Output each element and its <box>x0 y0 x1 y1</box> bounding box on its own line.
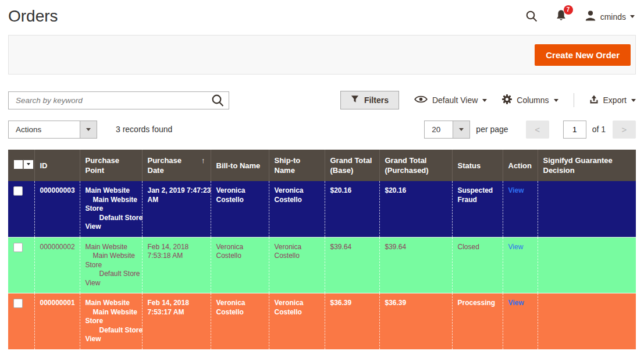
cell-ship-to-name: Veronica Costello <box>269 237 325 293</box>
row-checkbox[interactable] <box>13 243 23 252</box>
chevron-down-icon <box>482 99 487 102</box>
filter-funnel-icon <box>351 95 359 105</box>
cell-action: View <box>503 293 538 350</box>
chevron-down-icon <box>459 128 464 131</box>
cell-grand-total-purchased: $20.16 <box>379 181 452 237</box>
notification-count-badge: 7 <box>564 5 573 15</box>
person-icon <box>585 10 596 23</box>
column-header-purchase-point[interactable]: Purchase Point <box>80 150 142 181</box>
select-all-dropdown[interactable] <box>23 160 34 169</box>
export-control[interactable]: Export <box>589 95 636 106</box>
notifications-button[interactable]: 7 <box>555 9 567 24</box>
cell-status: Closed <box>452 237 503 293</box>
per-page-value: 20 <box>425 121 453 138</box>
view-order-link[interactable]: View <box>508 186 524 194</box>
page-header: Orders 7 cminds <box>0 0 644 35</box>
grid-body: 000000003 Main WebsiteMain WebsiteStoreD… <box>8 181 636 349</box>
username: cminds <box>600 12 626 22</box>
cell-bill-to-name: Veronica Costello <box>211 181 269 237</box>
cell-signifyd-decision <box>538 181 636 237</box>
column-header-action: Action <box>503 150 538 181</box>
orders-grid: ID Purchase Point ↑ Purchase Date Bill-t… <box>8 150 636 350</box>
eye-icon <box>414 95 428 105</box>
view-order-link[interactable]: View <box>508 299 524 307</box>
per-page-select[interactable]: 20 <box>424 121 470 139</box>
table-row: 000000003 Main WebsiteMain WebsiteStoreD… <box>8 181 636 237</box>
column-header-bill-to[interactable]: Bill-to Name <box>211 150 269 181</box>
chevron-down-icon <box>86 128 91 131</box>
search-icon <box>525 10 538 24</box>
cell-action: View <box>503 237 538 293</box>
column-header-purchase-date[interactable]: ↑ Purchase Date <box>142 150 211 181</box>
cell-purchase-point: Main WebsiteMain WebsiteStoreDefault Sto… <box>80 237 142 293</box>
view-selector[interactable]: Default View <box>414 95 487 105</box>
grid-view-controls: Filters Default View Columns Export <box>340 91 636 109</box>
columns-label: Columns <box>517 95 549 105</box>
cell-grand-total-base: $36.39 <box>325 293 379 350</box>
actions-select[interactable]: Actions <box>8 121 97 139</box>
per-page-caret <box>453 121 469 138</box>
export-icon <box>589 95 599 106</box>
column-header-id[interactable]: ID <box>34 150 80 181</box>
global-search-button[interactable] <box>525 10 538 24</box>
cell-select <box>8 237 34 293</box>
gear-icon <box>502 94 512 106</box>
cell-ship-to-name: Veronica Costello <box>269 181 325 237</box>
table-row: 000000002 Main WebsiteMain WebsiteStoreD… <box>8 237 636 293</box>
grid-controls-row: Filters Default View Columns Export <box>8 91 636 109</box>
cell-select <box>8 181 34 237</box>
column-header-status[interactable]: Status <box>452 150 503 181</box>
column-header-select <box>8 150 34 181</box>
grid-header-row: ID Purchase Point ↑ Purchase Date Bill-t… <box>8 150 636 181</box>
current-page-input[interactable] <box>563 121 586 139</box>
column-header-grand-total-purchased[interactable]: Grand Total (Purchased) <box>379 150 452 181</box>
vertical-divider <box>574 93 574 107</box>
account-menu[interactable]: cminds <box>585 10 635 23</box>
cell-bill-to-name: Veronica Costello <box>211 237 269 293</box>
cell-purchase-date: Feb 14, 20187:53:18 AM <box>142 237 211 293</box>
cell-purchase-point: Main WebsiteMain WebsiteStoreDefault Sto… <box>80 181 142 237</box>
cell-status: Processing <box>452 293 503 350</box>
search-submit-icon[interactable] <box>211 94 224 109</box>
view-order-link[interactable]: View <box>508 243 524 251</box>
cell-ship-to-name: Veronica Costello <box>269 293 325 350</box>
cell-id: 000000001 <box>34 293 80 350</box>
filters-button[interactable]: Filters <box>340 91 399 109</box>
chevron-down-icon <box>27 163 30 165</box>
view-label: Default View <box>432 95 478 105</box>
action-band: Create New Order <box>8 35 636 75</box>
cell-purchase-point: Main WebsiteMain WebsiteStoreDefault Sto… <box>80 293 142 350</box>
cell-grand-total-base: $39.64 <box>325 237 379 293</box>
total-pages-label: of 1 <box>592 125 606 134</box>
cell-purchase-date: Jan 2, 2019 7:47:23AM <box>142 181 211 237</box>
cell-grand-total-base: $20.16 <box>325 181 379 237</box>
per-page-label: per page <box>476 125 508 134</box>
table-row: 000000001 Main WebsiteMain WebsiteStoreD… <box>8 293 636 350</box>
row-checkbox[interactable] <box>13 186 23 196</box>
list-controls-row: Actions 3 records found 20 per page < of… <box>8 120 636 139</box>
next-page-button[interactable]: > <box>613 121 636 139</box>
column-header-signifyd[interactable]: Signifyd Guarantee Decision <box>538 150 636 181</box>
records-found-text: 3 records found <box>116 125 172 134</box>
column-header-ship-to[interactable]: Ship-to Name <box>269 150 325 181</box>
column-header-grand-total-base[interactable]: Grand Total (Base) <box>325 150 379 181</box>
page-title: Orders <box>8 6 58 27</box>
export-label: Export <box>603 95 627 105</box>
actions-select-value: Actions <box>9 121 80 138</box>
cell-grand-total-purchased: $39.64 <box>379 237 452 293</box>
columns-selector[interactable]: Columns <box>502 94 558 106</box>
cell-bill-to-name: Veronica Costello <box>211 293 269 350</box>
row-checkbox[interactable] <box>13 299 23 308</box>
cell-signifyd-decision <box>538 293 636 350</box>
create-new-order-button[interactable]: Create New Order <box>535 44 631 66</box>
search-input[interactable] <box>8 91 229 109</box>
select-all-checkbox[interactable] <box>13 160 23 169</box>
chevron-down-icon <box>554 99 558 102</box>
chevron-down-icon <box>630 15 635 18</box>
sort-ascending-icon: ↑ <box>201 155 205 165</box>
select-all-control <box>13 160 34 169</box>
cell-status: Suspected Fraud <box>452 181 503 237</box>
cell-select <box>8 293 34 350</box>
cell-id: 000000003 <box>34 181 80 237</box>
previous-page-button[interactable]: < <box>526 121 549 139</box>
